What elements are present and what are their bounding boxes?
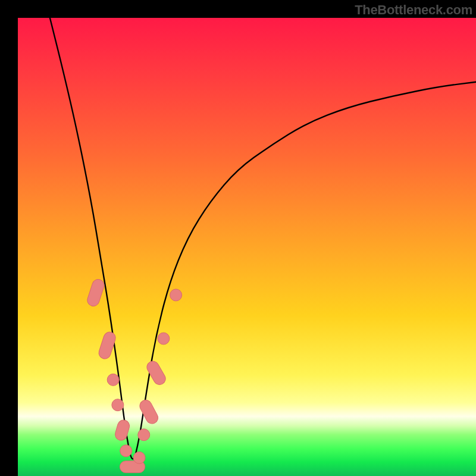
chart-svg xyxy=(18,18,476,476)
chart-plot-area xyxy=(18,18,476,476)
marker-dot xyxy=(138,429,150,441)
watermark-text: TheBottleneck.com xyxy=(355,2,472,18)
bottleneck-curve xyxy=(50,18,476,459)
marker-capsule xyxy=(86,278,105,308)
marker-capsule xyxy=(137,398,160,426)
chart-frame: TheBottleneck.com xyxy=(0,0,476,476)
marker-dot xyxy=(158,333,170,345)
marker-dot xyxy=(107,374,119,386)
marker-dot xyxy=(133,452,145,464)
marker-dot xyxy=(112,399,124,411)
marker-capsule xyxy=(114,419,131,442)
marker-dot xyxy=(120,445,132,457)
curve-markers xyxy=(86,278,181,473)
marker-dot xyxy=(170,289,182,301)
